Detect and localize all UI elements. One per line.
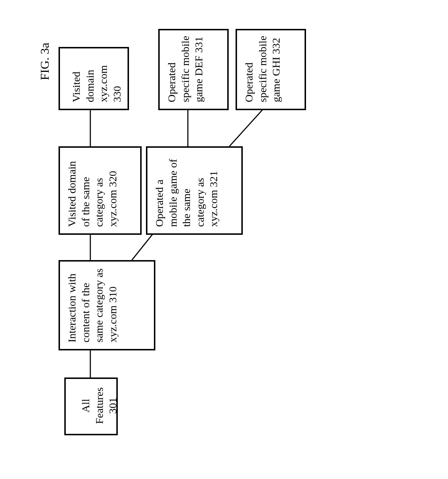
- svg-line-3: [132, 233, 154, 260]
- svg-line-5: [229, 108, 264, 146]
- node-text: Operated specific mobile game DEF 331: [165, 36, 204, 102]
- node-operated-game-ghi-332: Operated specific mobile game GHI 332: [236, 29, 306, 110]
- node-text: All Features 301: [79, 387, 119, 424]
- node-text: Visited domain xyz.com 330: [70, 65, 123, 102]
- node-visited-domain-xyz-330: Visited domain xyz.com 330: [59, 47, 129, 110]
- node-text: Visited domain of the same category as x…: [66, 161, 119, 227]
- node-operated-game-def-331: Operated specific mobile game DEF 331: [158, 29, 229, 110]
- node-text: Interaction with content of the same cat…: [66, 268, 119, 342]
- node-all-features-301: All Features 301: [64, 377, 118, 435]
- node-operated-mobile-game-category-321: Operated a mobile game of the same categ…: [146, 146, 243, 235]
- node-visited-domain-category-320: Visited domain of the same category as x…: [59, 146, 142, 235]
- node-interaction-category-310: Interaction with content of the same cat…: [59, 260, 155, 350]
- node-text: Operated a mobile game of the same categ…: [153, 159, 219, 227]
- node-text: Operated specific mobile game GHI 332: [243, 36, 282, 102]
